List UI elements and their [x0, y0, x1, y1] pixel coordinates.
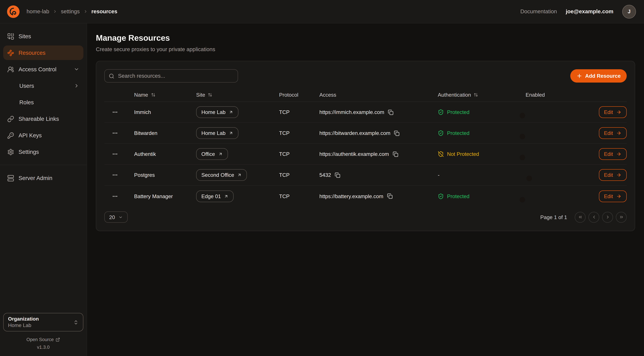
sidebar-item-users[interactable]: Users [3, 78, 83, 93]
sidebar-item-api-keys[interactable]: API Keys [3, 128, 83, 142]
sidebar-item-access-control[interactable]: Access Control [3, 62, 83, 76]
breadcrumb-settings[interactable]: settings [61, 8, 80, 14]
gear-icon [7, 148, 14, 155]
protocol-value: TCP [270, 109, 318, 115]
resource-name: Battery Manager [125, 193, 189, 199]
authentication-status: - [438, 172, 517, 178]
row-menu-button[interactable] [110, 191, 120, 201]
sort-icon [474, 92, 478, 97]
row-menu-button[interactable] [110, 108, 120, 117]
chevron-right-icon [83, 9, 88, 14]
table-row: Immich Home Lab TCP https://immich.examp… [104, 102, 627, 123]
page-size-select[interactable]: 20 [104, 212, 128, 223]
edit-button[interactable]: Edit [599, 106, 627, 118]
edit-button[interactable]: Edit [599, 148, 627, 160]
site-link-button[interactable]: Home Lab [196, 106, 238, 118]
table-header: Name Site Protocol [104, 88, 627, 102]
toggle-knob [520, 197, 525, 202]
copy-icon[interactable] [387, 193, 392, 199]
copy-icon[interactable] [394, 130, 400, 136]
sidebar-item-roles[interactable]: Roles [3, 95, 83, 110]
avatar[interactable]: J [622, 5, 636, 18]
copy-icon[interactable] [392, 151, 398, 157]
arrow-up-right-icon [229, 131, 233, 135]
sidebar-item-label: Access Control [18, 66, 56, 72]
ellipsis-icon [112, 130, 118, 136]
sidebar-item-resources[interactable]: Resources [3, 46, 83, 60]
last-page-button[interactable] [616, 212, 627, 222]
add-resource-button[interactable]: Add Resource [570, 69, 627, 82]
documentation-link[interactable]: Documentation [520, 8, 557, 14]
search-input[interactable] [104, 69, 238, 82]
sidebar-item-shareable-links[interactable]: Shareable Links [3, 112, 83, 126]
ellipsis-icon [112, 151, 118, 157]
chevron-right-icon [605, 215, 610, 220]
authentication-label: - [438, 172, 440, 178]
table-row: Bitwarden Home Lab TCP https://bitwarden… [104, 123, 627, 144]
server-icon [7, 175, 14, 182]
header-name[interactable]: Name [134, 92, 155, 98]
row-menu-button[interactable] [110, 149, 120, 159]
app-logo-icon[interactable] [6, 5, 20, 18]
page-subtitle: Create secure proxies to your private ap… [96, 46, 635, 52]
site-link-button[interactable]: Second Office [196, 169, 247, 181]
next-page-button[interactable] [602, 212, 613, 222]
sidebar-item-server-admin[interactable]: Server Admin [3, 171, 83, 185]
table-row: Battery Manager Edge 01 TCP https://batt… [104, 186, 627, 206]
site-link-button[interactable]: Edge 01 [196, 190, 234, 202]
edit-button[interactable]: Edit [599, 127, 627, 139]
header-access: Access [320, 92, 336, 98]
authentication-status: Protected [438, 130, 517, 136]
organization-selector[interactable]: Organization Home Lab [3, 313, 83, 332]
arrow-up-right-icon [229, 110, 233, 114]
site-link-button[interactable]: Home Lab [196, 127, 238, 139]
authentication-label: Protected [447, 109, 470, 115]
authentication-label: Not Protected [447, 151, 479, 157]
page-status: Page 1 of 1 [540, 214, 567, 220]
access-value: https://bitwarden.example.com [320, 130, 390, 136]
resources-card: Add Resource Name Site [96, 61, 635, 231]
site-name: Home Lab [202, 109, 226, 115]
resources-icon [7, 50, 14, 56]
header-enabled: Enabled [526, 92, 545, 98]
site-link-button[interactable]: Office [196, 148, 228, 160]
pagination: 20 Page 1 of 1 [104, 212, 627, 223]
external-link-icon [56, 337, 60, 342]
breadcrumb-resources: resources [91, 8, 117, 14]
copy-icon[interactable] [335, 172, 340, 178]
shell: Sites Resources Access Control Users Rol… [0, 23, 644, 356]
resource-name: Postgres [125, 172, 189, 178]
open-source-label: Open Source [26, 337, 54, 342]
ellipsis-icon [112, 172, 118, 178]
edit-button[interactable]: Edit [599, 169, 627, 181]
sites-icon [7, 33, 14, 40]
plus-icon [576, 73, 582, 79]
organization-texts: Organization Home Lab [8, 316, 39, 328]
main-content: Manage Resources Create secure proxies t… [87, 23, 644, 356]
header-site[interactable]: Site [196, 92, 212, 98]
copy-icon[interactable] [388, 110, 394, 115]
sidebar-item-sites[interactable]: Sites [3, 29, 83, 44]
breadcrumb-org[interactable]: home-lab [26, 8, 49, 14]
edit-button[interactable]: Edit [599, 190, 627, 202]
row-menu-button[interactable] [110, 170, 120, 180]
key-icon [7, 132, 14, 139]
first-page-button[interactable] [575, 212, 586, 222]
row-menu-button[interactable] [110, 128, 120, 138]
arrow-up-right-icon [218, 152, 222, 156]
resource-name: Authentik [125, 151, 189, 157]
page-size-value: 20 [109, 214, 115, 220]
toggle-knob [526, 176, 532, 181]
arrow-right-icon [616, 110, 622, 115]
open-source-link[interactable]: Open Source [26, 337, 60, 342]
app-window: home-lab settings resources Documentatio… [0, 0, 644, 356]
user-email[interactable]: joe@example.com [566, 8, 614, 14]
chevron-down-icon [118, 215, 123, 219]
sidebar-item-label: Resources [18, 50, 46, 56]
previous-page-button[interactable] [588, 212, 599, 222]
toggle-knob [520, 155, 525, 160]
sidebar-item-settings[interactable]: Settings [3, 144, 83, 159]
header-authentication[interactable]: Authentication [438, 92, 478, 98]
sort-icon [208, 92, 212, 97]
sidebar-spacer [3, 187, 83, 313]
